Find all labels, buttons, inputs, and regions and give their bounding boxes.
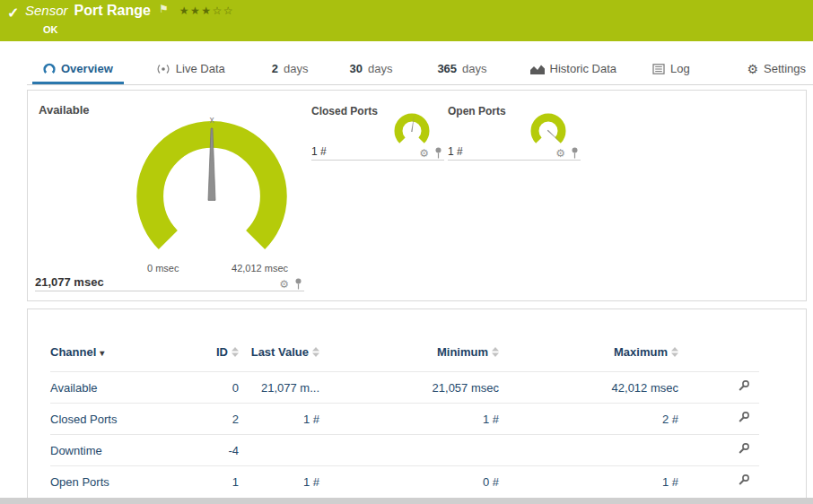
available-gauge-label: Available: [39, 103, 90, 117]
gauge-min-label: 0 msec: [147, 263, 179, 274]
column-header-id[interactable]: ID: [194, 342, 239, 372]
table-row: Closed Ports 2 1 # 1 # 2 #: [50, 404, 759, 435]
priority-stars[interactable]: ★★★☆☆: [179, 4, 234, 17]
column-header-channel[interactable]: Channel▾: [50, 342, 194, 372]
sensor-status-text: OK: [43, 24, 58, 35]
tab-2-days-word: days: [284, 62, 308, 75]
channel-edit-icon[interactable]: [738, 444, 750, 457]
closed-ports-gauge-footer: 1 # ⚙: [311, 144, 444, 161]
tab-live-data-label: Live Data: [176, 62, 225, 75]
open-ports-gauge-label: Open Ports: [448, 105, 506, 117]
channel-minimum: 21,057 msec: [319, 372, 499, 404]
channel-name-link[interactable]: Downtime: [50, 444, 102, 457]
column-header-channel-label: Channel: [50, 345, 96, 359]
tab-historic-data[interactable]: Historic Data: [520, 56, 627, 84]
gauge-pin-icon[interactable]: [571, 147, 579, 159]
closed-ports-gauge-label: Closed Ports: [311, 105, 378, 117]
gauge-settings-gear-icon[interactable]: ⚙: [419, 148, 429, 159]
gauge-pin-icon[interactable]: [434, 147, 442, 159]
tab-settings-label: Settings: [764, 62, 806, 75]
column-header-maximum[interactable]: Maximum: [499, 342, 678, 372]
column-header-last-value[interactable]: Last Value: [239, 342, 319, 372]
channel-maximum: 42,012 msec: [499, 372, 678, 404]
channel-sort-caret-icon[interactable]: ▾: [100, 348, 104, 358]
channel-name-link[interactable]: Open Ports: [50, 475, 109, 489]
column-header-id-label: ID: [216, 345, 228, 359]
settings-gear-icon: ⚙: [747, 63, 758, 75]
tab-365-days[interactable]: 365 days: [426, 56, 497, 84]
column-header-edit: [678, 342, 759, 372]
gauge-settings-gear-icon[interactable]: ⚙: [555, 148, 565, 159]
favorite-flag-icon[interactable]: ⚑: [159, 3, 169, 15]
overview-icon: [43, 63, 56, 74]
log-icon: [652, 64, 665, 74]
channel-edit-icon[interactable]: [738, 381, 750, 395]
tab-overview[interactable]: Overview: [32, 56, 124, 84]
sort-icon[interactable]: [232, 346, 239, 360]
tab-log[interactable]: Log: [642, 56, 701, 84]
gauge-axis-labels: 0 msec 42,012 msec: [147, 263, 288, 274]
channels-panel: Channel▾ ID Last Value Minimum Maximum: [27, 308, 807, 504]
tab-bar: Overview Live Data 2 days 30 days 365 da…: [27, 56, 813, 85]
available-gauge-value: 21,077 msec: [35, 275, 104, 289]
open-ports-gauge-block: Open Ports 1 # ⚙: [448, 103, 584, 164]
closed-ports-gauge-block: Closed Ports 1 # ⚙: [311, 103, 448, 164]
tab-2-days-number: 2: [272, 62, 278, 75]
gauges-panel: Available x 0 msec 42,012 msec 21,077 ms…: [27, 90, 807, 301]
channel-minimum: 0 #: [319, 466, 499, 498]
gauge-pin-icon[interactable]: [294, 278, 302, 290]
channel-name-link[interactable]: Closed Ports: [50, 413, 117, 426]
tab-365-days-word: days: [462, 62, 486, 75]
table-row: Open Ports 1 1 # 0 # 1 #: [50, 466, 759, 498]
tab-2-days[interactable]: 2 days: [261, 56, 319, 84]
sort-icon[interactable]: [671, 346, 678, 360]
column-header-last-value-label: Last Value: [251, 345, 309, 359]
sensor-title: Port Range: [74, 3, 151, 19]
tab-log-label: Log: [670, 62, 690, 75]
sensor-title-line: Sensor Port Range ⚑ ★★★☆☆: [25, 3, 234, 19]
sensor-type-label: Sensor: [25, 3, 68, 18]
stars-filled[interactable]: ★★★: [179, 4, 213, 17]
historic-data-icon: [530, 64, 545, 74]
sensor-header: ✓ Sensor Port Range ⚑ ★★★☆☆ OK: [0, 0, 813, 41]
horizontal-scrollbar[interactable]: [0, 498, 813, 504]
channel-maximum: [499, 435, 678, 466]
status-ok-check-icon: ✓: [7, 4, 19, 22]
gauge-settings-gear-icon[interactable]: ⚙: [279, 279, 289, 290]
channel-minimum: [319, 435, 499, 466]
channel-minimum: 1 #: [319, 404, 499, 435]
channel-id: 1: [194, 466, 239, 498]
channel-maximum: 1 #: [499, 466, 678, 498]
open-ports-gauge-icons: ⚙: [555, 147, 579, 159]
channel-last-value: 1 #: [239, 404, 319, 435]
available-gauge-icons: ⚙: [279, 278, 302, 290]
tab-365-days-number: 365: [437, 62, 457, 75]
channel-id: 2: [194, 404, 239, 435]
tab-overview-label: Overview: [61, 62, 113, 75]
stars-empty[interactable]: ☆☆: [212, 4, 234, 17]
tab-live-data[interactable]: Live Data: [145, 56, 236, 84]
channel-last-value: 1 #: [239, 466, 319, 498]
sort-icon[interactable]: [312, 346, 319, 360]
channel-maximum: 2 #: [499, 404, 678, 435]
table-header-row: Channel▾ ID Last Value Minimum Maximum: [50, 342, 759, 372]
tab-historic-data-label: Historic Data: [550, 62, 616, 75]
sensor-overview-page: ✓ Sensor Port Range ⚑ ★★★☆☆ OK Overview …: [0, 0, 813, 504]
live-data-icon: [156, 64, 170, 74]
channel-name-link[interactable]: Available: [50, 381, 98, 395]
channel-edit-icon[interactable]: [738, 475, 750, 489]
gauge-max-label: 42,012 msec: [232, 263, 288, 274]
channel-last-value: [239, 435, 319, 466]
tab-30-days-word: days: [368, 62, 392, 75]
column-header-maximum-label: Maximum: [614, 345, 668, 359]
column-header-minimum[interactable]: Minimum: [319, 342, 499, 372]
channel-edit-icon[interactable]: [738, 413, 750, 426]
tab-settings[interactable]: ⚙ Settings: [736, 56, 813, 84]
table-row: Available 0 21,077 m... 21,057 msec 42,0…: [50, 372, 759, 404]
channels-table: Channel▾ ID Last Value Minimum Maximum: [50, 342, 759, 497]
tab-30-days[interactable]: 30 days: [338, 56, 403, 84]
available-gauge-footer: 21,077 msec ⚙: [35, 274, 304, 291]
sort-icon[interactable]: [492, 346, 499, 360]
channel-last-value: 21,077 m...: [239, 372, 319, 404]
channel-id: -4: [194, 435, 239, 466]
